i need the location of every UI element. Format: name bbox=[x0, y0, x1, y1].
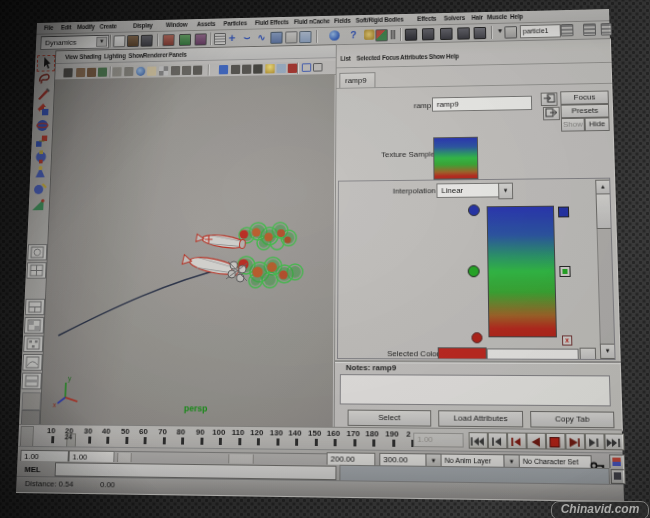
svg-text:y: y bbox=[68, 374, 73, 382]
svg-text:x: x bbox=[53, 401, 58, 409]
